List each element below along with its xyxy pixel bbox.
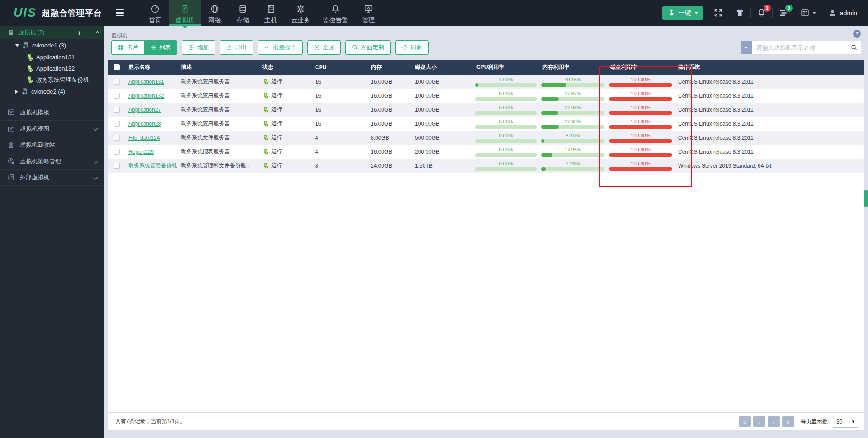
nav-item-network[interactable]: 网络 — [201, 0, 229, 26]
sidebar-root-label: 虚拟机 (7) — [18, 28, 45, 37]
nav-item-host[interactable]: 主机 — [257, 0, 285, 26]
alarm-bell-icon[interactable]: 2 — [757, 8, 766, 18]
vm-name-link[interactable]: 教务系统管理备份机 — [128, 162, 177, 169]
user-menu[interactable]: admin — [828, 9, 857, 17]
theme-icon[interactable] — [735, 8, 745, 18]
ui-customize-button[interactable]: 界面定制 — [345, 40, 391, 55]
table-body: Application131教务系统应用服务器运行1616.00GB100.00… — [108, 75, 864, 173]
tree-host-node[interactable]: cvknode2 (4) — [0, 85, 104, 98]
collapse-up-icon[interactable] — [95, 31, 100, 36]
export-button[interactable]: 导出 — [220, 40, 253, 55]
list-view-button[interactable]: 列表 — [144, 41, 177, 54]
nav-item-manage[interactable]: 管理 — [354, 0, 382, 26]
tree-vm-node[interactable]: Application132 — [0, 63, 104, 74]
hamburger-menu-icon[interactable] — [116, 9, 124, 17]
help-icon[interactable]: ? — [853, 30, 861, 38]
vm-name-link[interactable]: Application28 — [128, 121, 161, 127]
vm-cpu-utilization: 0.00% — [473, 105, 539, 115]
search-icon[interactable] — [850, 44, 858, 51]
row-checkbox[interactable] — [108, 79, 125, 85]
column-header[interactable]: 内存 — [367, 63, 411, 71]
add-button[interactable]: 增加 — [182, 40, 215, 55]
vm-name-link[interactable]: Report126 — [128, 149, 154, 155]
vm-tree-icon — [8, 29, 14, 36]
vm-memory: 16.00GB — [367, 79, 411, 85]
table-row[interactable]: 教务系统管理备份机教务系统管理和文件备份服...运行824.00GB1.50TB… — [108, 159, 864, 173]
vm-name-link[interactable]: File_date124 — [128, 135, 160, 141]
sidebar-item-vm-policy[interactable]: 虚拟机策略管理 — [0, 153, 104, 169]
vm-running-icon — [262, 92, 269, 99]
card-view-button[interactable]: 卡片 — [112, 41, 144, 54]
column-header[interactable]: 描述 — [177, 63, 259, 71]
select-all-checkbox[interactable] — [108, 64, 125, 70]
tasks-icon[interactable]: 0 — [778, 8, 788, 18]
first-page-button[interactable]: « — [739, 416, 751, 427]
tree-remove-icon[interactable]: − — [86, 29, 90, 36]
one-key-button[interactable]: 一键 — [662, 6, 703, 20]
table-row[interactable]: Application132教务系统应用服务器运行1616.00GB100.00… — [108, 89, 864, 103]
prev-page-button[interactable]: ‹ — [753, 416, 765, 427]
vm-cpu-utilization: 1.00% — [473, 77, 539, 87]
nav-item-cloud-service[interactable]: 云业务 — [285, 0, 316, 26]
row-checkbox[interactable] — [108, 107, 125, 113]
nav-item-storage[interactable]: 存储 — [229, 0, 257, 26]
search-input[interactable] — [752, 41, 861, 54]
column-header[interactable]: 操作系统 — [675, 63, 864, 71]
column-header[interactable]: CPU — [311, 64, 367, 71]
batch-ops-button[interactable]: 批量操作 — [258, 40, 303, 55]
row-checkbox[interactable] — [108, 149, 125, 155]
sidebar-item-vm-template[interactable]: 虚拟机模板 — [0, 104, 104, 120]
fullscreen-view-button[interactable]: 全屏 — [307, 40, 341, 55]
next-page-button[interactable]: › — [768, 416, 780, 427]
search-area — [741, 41, 861, 54]
table-row[interactable]: File_date124教务系统文件服务器运行48.00GB500.00GB0.… — [108, 131, 864, 145]
nav-item-monitor-alarm[interactable]: 监控告警 — [316, 0, 354, 26]
table-row[interactable]: Application131教务系统应用服务器运行1616.00GB100.00… — [108, 75, 864, 89]
tree-host-node[interactable]: cvknode1 (3) — [0, 39, 104, 52]
vm-name-link[interactable]: Application132 — [128, 93, 164, 99]
refresh-button[interactable]: 刷新 — [395, 40, 429, 55]
task-badge: 0 — [785, 5, 793, 12]
search-filter-dropdown[interactable] — [741, 41, 752, 54]
column-header[interactable]: 磁盘利用率 — [607, 63, 675, 71]
top-navbar: UIS 超融合管理平台 首页虚拟机网络存储主机云业务监控告警管理 一键 2 0 … — [0, 0, 868, 26]
row-checkbox[interactable] — [108, 121, 125, 127]
sidebar-vm-root[interactable]: 虚拟机 (7) + − — [0, 26, 104, 39]
table-row[interactable]: Application28教务系统应用服务器运行1616.00GB100.00G… — [108, 117, 864, 131]
table-row[interactable]: Report126教务系统报表服务器运行416.00GB200.00GB0.00… — [108, 145, 864, 159]
sidebar-item-vm-recycle[interactable]: 虚拟机回收站 — [0, 137, 104, 153]
vertical-scrollbar-thumb[interactable] — [864, 190, 868, 207]
caret-expanded-icon[interactable] — [15, 44, 19, 47]
column-header[interactable]: 内存利用率 — [539, 63, 607, 71]
row-checkbox[interactable] — [108, 93, 125, 99]
sidebar-item-external-vm[interactable]: 外部虚拟机 — [0, 169, 104, 185]
vm-disk-utilization: 100.00% — [607, 77, 675, 87]
vm-cpu: 16 — [311, 79, 367, 85]
column-header[interactable]: CPU利用率 — [473, 63, 539, 71]
fullscreen-icon[interactable] — [713, 8, 723, 18]
nav-label: 虚拟机 — [175, 16, 194, 24]
button-label: 导出 — [235, 43, 247, 52]
last-page-button[interactable]: » — [782, 416, 794, 427]
vm-name-link[interactable]: Application131 — [128, 79, 164, 85]
caret-collapsed-icon[interactable] — [15, 90, 18, 94]
nav-item-vm[interactable]: 虚拟机 — [169, 0, 201, 26]
tree-vm-node[interactable]: 教务系统管理备份机 — [0, 74, 104, 85]
column-header[interactable]: 状态 — [259, 63, 311, 71]
tree-vm-node[interactable]: Application131 — [0, 52, 104, 63]
tree-node-label: Application132 — [36, 65, 75, 72]
row-checkbox[interactable] — [108, 163, 125, 169]
column-header[interactable]: 磁盘大小 — [411, 63, 473, 71]
vm-disk-utilization: 100.00% — [607, 119, 675, 129]
vm-status: 运行 — [259, 78, 311, 85]
row-checkbox[interactable] — [108, 135, 125, 141]
table-row[interactable]: Application27教务系统应用服务器运行1616.00GB100.00G… — [108, 103, 864, 117]
sidebar-item-vm-view[interactable]: 虚拟机视图 — [0, 120, 104, 137]
tree-add-icon[interactable]: + — [77, 29, 81, 36]
column-header[interactable]: 显示名称 — [125, 63, 177, 71]
vm-name-link[interactable]: Application27 — [128, 107, 161, 113]
nav-item-home[interactable]: 首页 — [141, 0, 169, 26]
app-logo: UIS 超融合管理平台 — [0, 0, 115, 26]
page-size-select[interactable]: 30 ▾ — [833, 416, 858, 428]
workbench-menu[interactable] — [800, 8, 816, 18]
